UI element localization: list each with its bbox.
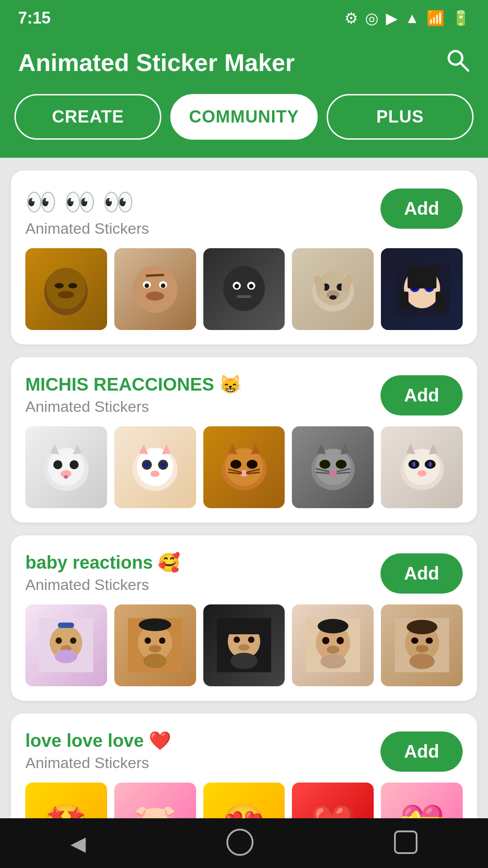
signal-icon: 📶 [427,9,445,27]
pack-info-1: 👀 👀 👀 Animated Stickers [25,187,371,237]
svg-rect-90 [58,623,74,628]
home-button[interactable] [226,829,253,858]
pack-header-1: 👀 👀 👀 Animated Stickers Add [25,187,463,237]
svg-line-13 [146,275,164,276]
back-button[interactable]: ◀ [70,832,86,855]
svg-marker-56 [228,443,237,454]
tab-plus[interactable]: PLUS [327,94,474,140]
svg-point-111 [318,619,348,633]
svg-point-52 [161,462,165,467]
svg-marker-68 [340,443,349,454]
sticker-row-2 [25,426,463,508]
svg-point-25 [329,295,337,300]
svg-point-10 [145,283,149,288]
wifi-icon: ▲ [405,10,419,27]
status-bar: 7:15 ⚙ ◎ ▶ ▲ 📶 🔋 [0,0,488,36]
svg-point-84 [418,470,427,476]
sticker-thumb[interactable] [25,426,107,508]
add-button-4[interactable]: Add [380,731,463,772]
pack-header-3: baby reactions 🥰 Animated Stickers Add [25,552,463,594]
svg-point-3 [46,268,86,309]
pack-info-3: baby reactions 🥰 Animated Stickers [25,552,371,594]
svg-point-71 [328,470,338,476]
sticker-thumb[interactable] [381,248,463,330]
svg-point-116 [426,637,433,644]
svg-point-83 [428,462,432,467]
svg-point-17 [235,284,239,288]
svg-point-101 [234,637,240,643]
sticker-thumb[interactable] [203,426,285,508]
svg-line-73 [316,472,329,473]
svg-point-7 [132,266,178,313]
svg-point-41 [53,460,62,469]
sticker-pack-3: baby reactions 🥰 Animated Stickers Add [11,535,477,701]
svg-point-11 [161,283,165,288]
svg-point-4 [55,283,64,288]
svg-point-5 [68,283,77,288]
svg-point-117 [416,645,428,652]
svg-point-51 [145,462,149,467]
svg-line-1 [460,63,468,71]
svg-point-91 [55,650,77,663]
sticker-thumb[interactable] [203,248,285,330]
pack-header-2: MICHIS REACCIONES 😸 Animated Stickers Ad… [25,373,463,415]
svg-marker-57 [251,443,260,454]
sticker-thumb[interactable] [292,426,374,508]
pack-subtitle-1: Animated Stickers [25,220,371,237]
add-button-1[interactable]: Add [380,189,463,229]
pack-title-4: love love love ❤️ [25,730,371,751]
svg-marker-67 [317,443,326,454]
pack-title-1: 👀 👀 👀 [25,187,371,217]
svg-point-103 [239,644,249,651]
svg-rect-104 [225,618,263,634]
target-icon: ◎ [365,9,379,27]
sticker-thumb[interactable] [381,426,463,508]
search-button[interactable] [445,47,470,78]
svg-marker-79 [429,443,438,454]
sticker-thumb[interactable] [114,248,196,330]
sticker-thumb[interactable] [203,604,285,686]
svg-point-58 [230,460,241,469]
svg-rect-34 [408,267,436,288]
svg-point-69 [319,460,330,469]
status-icons: ⚙ ◎ ▶ ▲ 📶 🔋 [344,9,470,27]
pack-subtitle-2: Animated Stickers [25,398,371,415]
svg-point-88 [70,637,76,644]
sticker-thumb[interactable] [25,604,107,686]
pack-subtitle-3: Animated Stickers [25,576,371,594]
svg-point-66 [315,449,351,485]
recents-button[interactable] [394,830,418,856]
svg-point-98 [143,654,167,668]
sticker-pack-2: MICHIS REACCIONES 😸 Animated Stickers Ad… [11,357,477,523]
tab-create[interactable]: CREATE [14,94,161,140]
svg-point-82 [412,462,416,467]
svg-point-115 [411,637,418,644]
svg-point-6 [58,291,74,298]
battery-icon: 🔋 [452,9,470,27]
svg-point-110 [327,646,339,654]
add-button-3[interactable]: Add [380,553,463,594]
svg-point-102 [248,637,254,643]
svg-point-42 [70,460,79,469]
pack-info-4: love love love ❤️ Animated Stickers [25,730,371,772]
sticker-thumb[interactable] [292,248,374,330]
sticker-thumb[interactable] [25,248,107,330]
svg-point-44 [64,475,68,479]
svg-point-55 [225,448,263,486]
sticker-thumb[interactable] [292,604,374,686]
svg-point-108 [322,637,329,644]
svg-point-118 [407,620,437,634]
settings-icon: ⚙ [344,9,358,27]
sticker-pack-1: 👀 👀 👀 Animated Stickers Add [11,170,477,344]
sticker-thumb[interactable] [114,604,196,686]
sticker-thumb[interactable] [381,604,463,686]
svg-point-87 [56,637,62,644]
add-button-2[interactable]: Add [380,375,463,415]
svg-point-53 [150,471,160,477]
pack-title-3: baby reactions 🥰 [25,552,371,573]
sticker-thumb[interactable] [114,426,196,508]
tab-community[interactable]: COMMUNITY [170,94,317,140]
svg-point-94 [145,637,151,644]
sticker-row-3 [25,604,463,686]
svg-rect-19 [237,295,251,298]
